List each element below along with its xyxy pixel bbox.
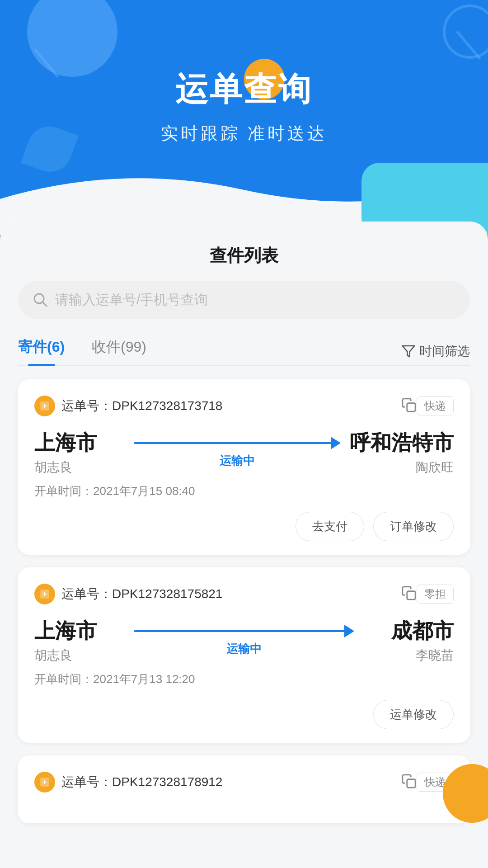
open-time-1: 开单时间：2021年7月15 08:40 bbox=[34, 483, 454, 499]
arrow-head-1 bbox=[331, 437, 341, 449]
deco-circle-tr bbox=[443, 5, 488, 59]
arrow-line-1 bbox=[134, 437, 341, 449]
route-row-2: 上海市 胡志良 运输中 成都市 李晓苗 bbox=[34, 617, 454, 664]
order-type-2: 零担 bbox=[417, 585, 454, 604]
card-header-1: 运单号：DPK127328173718 快递 bbox=[34, 396, 454, 416]
route-center-2: 运输中 bbox=[125, 625, 363, 657]
card-header-2: 运单号：DPK127328175821 零担 bbox=[34, 584, 454, 604]
hero-subtitle: 实时跟踪 准时送达 bbox=[0, 122, 488, 145]
copy-icon-1[interactable] bbox=[401, 397, 417, 415]
copy-icon-3[interactable] bbox=[401, 774, 417, 791]
hero-title: 运单查询 bbox=[0, 68, 488, 111]
route-status-1: 运输中 bbox=[220, 453, 255, 469]
tab-sent[interactable]: 寄件(6) bbox=[18, 337, 65, 365]
svg-rect-6 bbox=[407, 591, 415, 599]
modify-button-2[interactable]: 运单修改 bbox=[373, 700, 454, 729]
copy-icon-2[interactable] bbox=[401, 585, 417, 603]
svg-rect-4 bbox=[407, 403, 415, 411]
arrow-head-2 bbox=[344, 625, 354, 637]
to-city-2: 成都市 李晓苗 bbox=[363, 617, 454, 664]
svg-rect-8 bbox=[407, 779, 415, 788]
svg-line-1 bbox=[43, 302, 47, 306]
arrow-line-2 bbox=[134, 625, 354, 637]
line-solid-2 bbox=[134, 630, 345, 632]
tab-filter[interactable]: 时间筛选 bbox=[401, 343, 470, 360]
to-city-1: 呼和浩特市 陶欣旺 bbox=[350, 429, 454, 476]
from-city-1: 上海市 胡志良 bbox=[34, 429, 125, 476]
order-type-1: 快递 bbox=[417, 396, 454, 415]
open-time-2: 开单时间：2021年7月13 12:20 bbox=[34, 671, 454, 687]
route-status-2: 运输中 bbox=[226, 641, 262, 657]
deco-circle-tl bbox=[27, 0, 117, 77]
modify-button-1[interactable]: 订单修改 bbox=[373, 512, 454, 541]
search-placeholder: 请输入运单号/手机号查询 bbox=[55, 291, 208, 309]
order-number-1: 运单号：DPK127328173718 bbox=[61, 397, 396, 415]
shipment-card-1: 运单号：DPK127328173718 快递 上海市 胡志良 运输中 bbox=[18, 379, 470, 555]
search-bar[interactable]: 请输入运单号/手机号查询 bbox=[18, 281, 470, 319]
svg-marker-2 bbox=[403, 346, 415, 357]
hero-section: 运单查询 实时跟踪 准时送达 bbox=[0, 0, 488, 235]
card-actions-2: 运单修改 bbox=[34, 700, 454, 729]
tab-received[interactable]: 收件(99) bbox=[92, 337, 146, 365]
card-title: 查件列表 bbox=[18, 222, 470, 281]
from-city-2: 上海市 胡志良 bbox=[34, 617, 125, 664]
order-icon-1 bbox=[34, 396, 55, 416]
pay-button-1[interactable]: 去支付 bbox=[296, 512, 364, 541]
shipment-card-3: 运单号：DPK127328178912 快递 bbox=[18, 755, 470, 823]
route-center-1: 运输中 bbox=[125, 437, 350, 469]
order-icon-3 bbox=[34, 772, 55, 793]
search-icon bbox=[32, 291, 48, 309]
line-solid-1 bbox=[134, 442, 332, 444]
shipment-card-2: 运单号：DPK127328175821 零担 上海市 胡志良 运输中 bbox=[18, 567, 470, 743]
tabs-bar: 寄件(6) 收件(99) 时间筛选 bbox=[18, 337, 470, 366]
order-icon-2 bbox=[34, 584, 55, 604]
card-actions-1: 去支付 订单修改 bbox=[34, 512, 454, 541]
card-header-3: 运单号：DPK127328178912 快递 bbox=[34, 772, 454, 793]
main-card: 查件列表 请输入运单号/手机号查询 寄件(6) 收件(99) 时间筛选 运单号：… bbox=[0, 222, 488, 868]
filter-label: 时间筛选 bbox=[419, 343, 470, 360]
order-number-2: 运单号：DPK127328175821 bbox=[61, 585, 396, 603]
route-row-1: 上海市 胡志良 运输中 呼和浩特市 陶欣旺 bbox=[34, 429, 454, 476]
order-number-3: 运单号：DPK127328178912 bbox=[61, 774, 396, 791]
